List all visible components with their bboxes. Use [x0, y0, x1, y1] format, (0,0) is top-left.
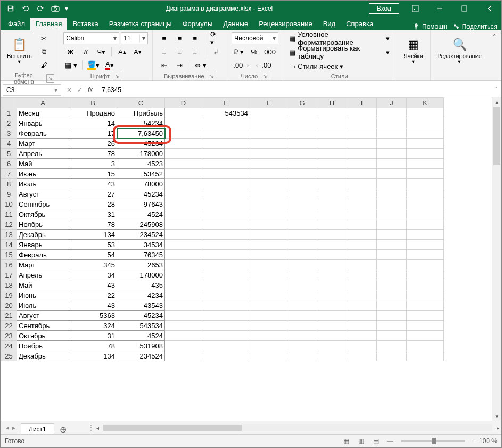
cell[interactable]: [202, 280, 250, 290]
cell[interactable]: 178000: [117, 270, 165, 280]
percent-icon[interactable]: %: [247, 46, 261, 58]
insert-function-icon[interactable]: fx: [88, 86, 93, 94]
ribbon-tab-справка[interactable]: Справка: [341, 18, 378, 30]
cell[interactable]: Октябрь: [17, 209, 69, 219]
cell[interactable]: [347, 209, 377, 219]
cell[interactable]: Март: [17, 139, 69, 149]
cell[interactable]: [317, 128, 347, 139]
cell[interactable]: [287, 351, 317, 361]
cell[interactable]: [407, 311, 444, 321]
align-top-icon[interactable]: ≡: [157, 32, 171, 44]
cell[interactable]: 78: [69, 219, 117, 230]
cell[interactable]: [287, 300, 317, 311]
ribbon-tab-файл[interactable]: Файл: [3, 18, 30, 30]
row-header[interactable]: 15: [1, 250, 17, 260]
cell[interactable]: Июнь: [17, 290, 69, 300]
undo-icon[interactable]: [19, 2, 32, 15]
cell[interactable]: [287, 199, 317, 209]
cell[interactable]: [165, 108, 202, 118]
cell[interactable]: [202, 311, 250, 321]
cell[interactable]: [202, 159, 250, 169]
scroll-down-icon[interactable]: ▼: [492, 412, 501, 421]
cell[interactable]: [202, 290, 250, 300]
cell[interactable]: 3: [69, 159, 117, 169]
cell[interactable]: [407, 250, 444, 260]
cell[interactable]: [202, 240, 250, 250]
sign-in-button[interactable]: Вход: [369, 3, 399, 14]
cell[interactable]: [347, 128, 377, 139]
ribbon-tab-разметка страницы[interactable]: Разметка страницы: [104, 18, 177, 30]
cell[interactable]: 4524: [117, 209, 165, 219]
align-center-icon[interactable]: ≡: [172, 46, 186, 58]
underline-button[interactable]: Ч ▾: [94, 46, 108, 58]
cell[interactable]: [317, 260, 347, 270]
cell[interactable]: [250, 128, 287, 139]
cell[interactable]: [407, 108, 444, 118]
cell[interactable]: [347, 199, 377, 209]
row-header[interactable]: 1: [1, 108, 17, 118]
cell[interactable]: 543534: [202, 108, 250, 118]
cell[interactable]: [317, 179, 347, 189]
cell[interactable]: [317, 331, 347, 341]
cell[interactable]: [250, 108, 287, 118]
scroll-up-icon[interactable]: ▲: [492, 97, 501, 107]
cell[interactable]: [377, 351, 407, 361]
row-header[interactable]: 7: [1, 169, 17, 179]
cell[interactable]: [250, 169, 287, 179]
ribbon-tab-вставка[interactable]: Вставка: [67, 18, 103, 30]
cell[interactable]: 27: [69, 189, 117, 199]
font-name-combo[interactable]: ▾: [63, 32, 119, 44]
font-size-combo[interactable]: ▾: [121, 32, 148, 44]
cell[interactable]: [407, 128, 444, 139]
cell[interactable]: [377, 219, 407, 230]
cell[interactable]: [407, 159, 444, 169]
camera-icon[interactable]: [48, 2, 62, 15]
row-header[interactable]: 12: [1, 219, 17, 230]
row-header[interactable]: 20: [1, 300, 17, 311]
cell[interactable]: Октябрь: [17, 331, 69, 341]
cell[interactable]: [347, 351, 377, 361]
cell[interactable]: [250, 351, 287, 361]
cell[interactable]: [287, 321, 317, 331]
cell[interactable]: [165, 149, 202, 159]
cell[interactable]: [250, 179, 287, 189]
cell[interactable]: [377, 300, 407, 311]
cell[interactable]: [250, 139, 287, 149]
ribbon-tab-вид[interactable]: Вид: [318, 18, 341, 30]
number-launcher[interactable]: ↘: [261, 72, 269, 80]
format-painter-icon[interactable]: 🖌: [37, 59, 51, 71]
cell[interactable]: [347, 169, 377, 179]
cell[interactable]: [250, 311, 287, 321]
close-icon[interactable]: [477, 1, 500, 17]
cell[interactable]: [202, 219, 250, 230]
cell[interactable]: [202, 331, 250, 341]
cell[interactable]: 2653: [117, 260, 165, 270]
row-header[interactable]: 10: [1, 199, 17, 209]
cell[interactable]: [165, 179, 202, 189]
grid[interactable]: ABCDEFGHIJK 1МесяцПроданоПрибыль5435342Я…: [1, 97, 492, 421]
ribbon-display-options-icon[interactable]: [404, 1, 427, 17]
font-launcher[interactable]: ↘: [113, 72, 121, 80]
decrease-decimal-icon[interactable]: ←.00: [253, 59, 273, 71]
cell[interactable]: [250, 189, 287, 199]
cell[interactable]: Сентябрь: [17, 321, 69, 331]
column-header[interactable]: J: [377, 98, 407, 108]
cell[interactable]: [347, 300, 377, 311]
cell[interactable]: [202, 189, 250, 199]
cell[interactable]: Продано: [69, 108, 117, 118]
cell[interactable]: [407, 118, 444, 128]
cell[interactable]: [202, 341, 250, 351]
cell[interactable]: [317, 270, 347, 280]
column-header[interactable]: C: [117, 98, 165, 108]
cell[interactable]: 134: [69, 230, 117, 240]
cell[interactable]: [347, 270, 377, 280]
new-sheet-icon[interactable]: ⊕: [54, 425, 72, 435]
cell[interactable]: [165, 311, 202, 321]
cell[interactable]: [202, 300, 250, 311]
cell[interactable]: 97643: [117, 199, 165, 209]
cell[interactable]: [287, 128, 317, 139]
column-header[interactable]: F: [250, 98, 287, 108]
cell[interactable]: [377, 159, 407, 169]
cell[interactable]: [202, 149, 250, 159]
cell[interactable]: 4234: [117, 290, 165, 300]
